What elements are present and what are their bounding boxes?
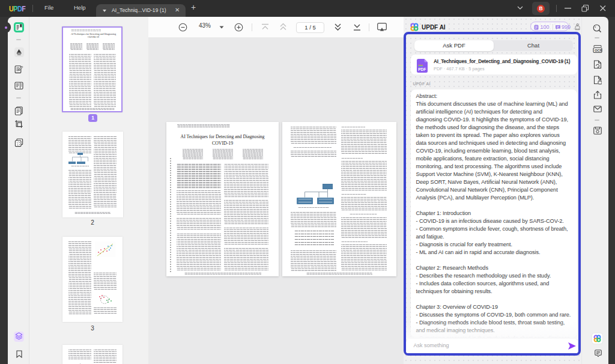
svg-text:OCR: OCR bbox=[595, 49, 602, 52]
svg-text:PDF: PDF bbox=[418, 67, 426, 71]
